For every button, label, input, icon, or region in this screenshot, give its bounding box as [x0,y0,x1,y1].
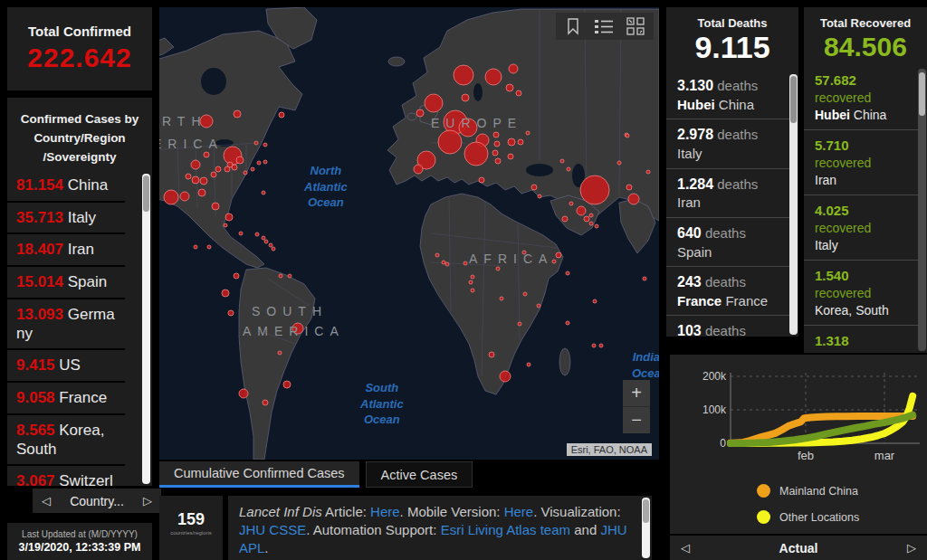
recovered-row[interactable]: 57.682recoveredHubei China [804,65,922,129]
total-confirmed-value: 222.642 [7,43,152,73]
chart-prev-arrow[interactable]: ◁ [681,541,690,555]
confirmed-row[interactable]: 18.407 Iran [7,233,125,265]
total-recovered-title: Total Recovered [804,16,927,30]
tab-cumulative-confirmed[interactable]: Cumulative Confirmed Cases [159,461,359,488]
map-toolbar [556,13,654,40]
countries-count-label: countries/regions [159,530,223,536]
map-zoom-control: + − [623,380,650,433]
label-europe: EUROPE [431,116,522,130]
label-north-atlantic: NorthAtlanticOcean [304,163,348,211]
info-paragraph-1: Lancet Inf Dis Article: Here. Mobile Ver… [228,496,652,557]
link[interactable]: Here [504,504,534,519]
cases-chart-panel: 200k 100k 0 feb mar Mainland China Other… [670,355,927,534]
total-recovered-panel: Total Recovered 84.506 57.682recoveredHu… [804,7,927,353]
deaths-row[interactable]: 1.284 deathsIran [666,168,795,217]
legend-label: Mainland China [779,485,858,498]
legend-other-locations[interactable]: Other Locations [757,510,859,524]
confirmed-row[interactable]: 3.067 Switzerland [7,464,125,486]
chart-next-arrow[interactable]: ▷ [907,541,916,555]
map-canvas [159,7,659,460]
confirmed-row[interactable]: 35.713 Italy [7,201,125,233]
total-confirmed-title: Total Confirmed [7,24,152,39]
chart-pagination: ◁ Actual ▷ [670,536,927,560]
chart-mode-label[interactable]: Actual [779,541,818,555]
legend-dot-yellow [757,510,770,524]
confirmed-by-country-panel: Confirmed Cases by Country/Region /Sover… [7,98,152,486]
deaths-row[interactable]: 103 deathsUnited Kingdom United Kingdom [666,315,795,337]
label-south-america-1: SOUTH [252,304,328,318]
link[interactable]: Esri Living Atlas team [441,522,570,537]
deaths-scrollbar[interactable] [789,74,798,335]
last-updated-panel: Last Updated at (M/D/YYYY) 3/19/2020, 12… [7,523,152,560]
total-deaths-title: Total Deaths [666,16,798,30]
recovered-list[interactable]: 57.682recoveredHubei China5.710recovered… [804,65,927,353]
countries-count-panel: 159 countries/regions [159,496,223,560]
label-south-atlantic: SouthAtlanticOcean [360,380,404,428]
total-recovered-value: 84.506 [804,32,927,62]
recovered-scrollbar[interactable] [918,69,926,351]
label-africa: AFRICA [469,252,553,266]
next-page-arrow[interactable]: ▷ [143,494,152,508]
xtick-feb: feb [798,449,814,462]
deaths-row[interactable]: 243 deathsFrance France [666,266,795,315]
prev-page-arrow[interactable]: ◁ [42,494,51,508]
bookmark-icon[interactable] [565,17,581,35]
recovered-row[interactable]: 1.318recovered [804,325,922,353]
ytick-200k: 200k [702,370,727,383]
deaths-list[interactable]: 3.130 deathsHubei China2.978 deathsItaly… [666,71,798,337]
recovered-row[interactable]: 4.025recoveredItaly [804,195,922,260]
recovered-row[interactable]: 5.710recoveredIran [804,129,922,195]
countries-count-value: 159 [159,510,223,529]
zoom-out-button[interactable]: − [623,406,650,433]
label-indian-ocean: IndianOcean [632,349,659,381]
info-text-panel: Lancet Inf Dis Article: Here. Mobile Ver… [228,496,652,560]
label-south-america-2: AMERICA [243,324,345,338]
ytick-100k: 100k [702,403,727,416]
xtick-mar: mar [874,449,895,462]
cases-chart: 200k 100k 0 feb mar [670,355,927,534]
confirmed-row[interactable]: 9.058 France [7,381,125,413]
map-attribution: Esri, FAO, NOAA [567,443,652,456]
scrollbar-thumb[interactable] [643,499,649,523]
legend-dot-orange [757,484,770,498]
total-deaths-panel: Total Deaths 9.115 3.130 deathsHubei Chi… [666,7,798,337]
tab-active-cases[interactable]: Active Cases [366,461,473,488]
scrollbar-thumb[interactable] [919,72,925,116]
last-updated-value: 3/19/2020, 12:33:39 PM [7,541,152,554]
scrollbar-thumb[interactable] [143,176,149,212]
deaths-row[interactable]: 2.978 deathsItaly [666,119,795,167]
covid-dashboard: Total Confirmed 222.642 Confirmed Cases … [0,0,927,560]
world-map[interactable]: NORTH AMERICA EUROPE AFRICA SOUTH AMERIC… [159,7,659,460]
link[interactable]: JHU CSSE [239,522,306,537]
ytick-0: 0 [720,437,726,450]
country-pagination: ◁ Country... ▷ [33,489,161,513]
confirmed-country-list[interactable]: 81.154 China35.713 Italy18.407 Iran15.01… [7,170,152,486]
confirmed-row[interactable]: 13.093 Germany [7,298,125,348]
info-scrollbar[interactable] [642,498,650,558]
link[interactable]: Here [370,504,400,519]
label-north-america-2: AMERICA [159,137,224,151]
scrollbar-thumb[interactable] [790,76,797,123]
deaths-row[interactable]: 640 deathsSpain [666,217,795,266]
confirmed-row[interactable]: 8.565 Korea, South [7,413,125,464]
total-deaths-value: 9.115 [666,30,798,65]
legend-label: Other Locations [779,511,859,524]
confirmed-row[interactable]: 15.014 Spain [7,265,125,298]
zoom-in-button[interactable]: + [623,380,650,406]
total-confirmed-panel: Total Confirmed 222.642 [7,7,152,90]
deaths-row[interactable]: 3.130 deathsHubei China [666,71,795,119]
recovered-row[interactable]: 1.540recoveredKorea, South [804,260,922,325]
label-north-america-1: NORTH [159,114,207,128]
confirmed-list-scrollbar[interactable] [142,174,150,484]
confirmed-row[interactable]: 9.415 US [7,348,125,381]
pagination-label[interactable]: Country... [70,494,124,508]
basemap-gallery-icon[interactable] [626,17,645,35]
legend-mainland-china[interactable]: Mainland China [757,484,858,498]
map-tabs: Cumulative Confirmed Cases Active Cases [159,461,473,488]
legend-list-icon[interactable] [594,17,614,35]
last-updated-label: Last Updated at (M/D/YYYY) [7,529,152,539]
confirmed-row[interactable]: 81.154 China [7,170,125,201]
confirmed-list-title: Confirmed Cases by Country/Region /Sover… [7,98,152,167]
